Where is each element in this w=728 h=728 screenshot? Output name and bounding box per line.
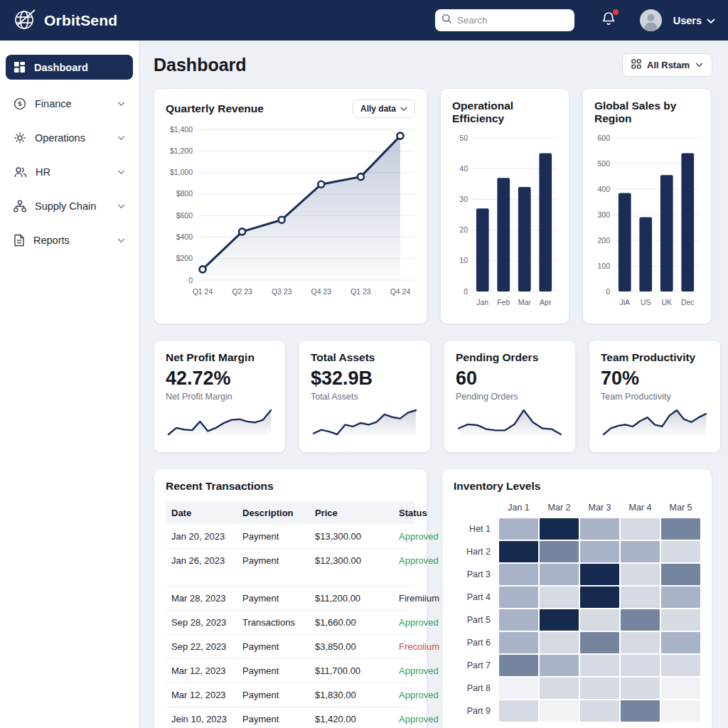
status-badge: Frecoiium: [399, 641, 439, 652]
heatmap-cell[interactable]: [661, 518, 700, 540]
table-row[interactable]: Jan 20, 2023Payment$13,300.00Approved: [166, 525, 415, 549]
heatmap-cell[interactable]: [661, 655, 700, 676]
heatmap-cell[interactable]: [499, 632, 538, 653]
heatmap-cell[interactable]: [661, 587, 700, 608]
cell-description: Payment: [242, 665, 315, 676]
column-header: Status: [399, 508, 427, 518]
kpi-card-total-assets: Total Assets$32.9BTotal Assets: [299, 340, 431, 453]
user-menu[interactable]: Users: [640, 9, 715, 31]
heatmap-cell[interactable]: [661, 678, 700, 699]
bell-icon: [601, 16, 616, 28]
kpi-sparkline: [456, 406, 564, 439]
kpi-sparkline: [166, 406, 274, 439]
svg-text:300: 300: [597, 210, 610, 219]
dashboard-icon: [14, 61, 26, 73]
heatmap-cell[interactable]: [499, 700, 538, 722]
heatmap-cell[interactable]: [621, 541, 660, 562]
heatmap-cell[interactable]: [621, 564, 660, 585]
table-header-row: DateDescriptionPriceStatus: [166, 501, 415, 525]
sidebar-item-finance[interactable]: $Finance: [6, 91, 133, 117]
sidebar-item-hr[interactable]: HR: [6, 159, 133, 185]
all-rstam-dropdown[interactable]: All Rstam: [622, 53, 712, 77]
heatmap-cell[interactable]: [661, 700, 700, 722]
heatmap-cell[interactable]: [540, 609, 579, 631]
status-badge: Approved: [399, 555, 439, 566]
heatmap-cell[interactable]: [580, 632, 619, 653]
heatmap-cell[interactable]: [499, 518, 538, 540]
heatmap-cell[interactable]: [499, 564, 538, 585]
heatmap-cell[interactable]: [580, 655, 619, 676]
heatmap-cell[interactable]: [540, 541, 579, 562]
heatmap-cell[interactable]: [499, 609, 538, 631]
svg-text:10: 10: [459, 256, 468, 264]
heatmap-cell[interactable]: [621, 655, 660, 676]
svg-text:Q4 24: Q4 24: [390, 287, 411, 296]
heatmap-cell[interactable]: [580, 518, 619, 540]
heatmap-cell[interactable]: [661, 632, 700, 653]
notifications-button[interactable]: [601, 11, 616, 29]
heatmap-cell[interactable]: [661, 609, 700, 631]
heatmap-cell[interactable]: [540, 678, 579, 699]
heatmap-cell[interactable]: [621, 700, 660, 722]
cell-price: $11,200.00: [315, 593, 399, 604]
search-input[interactable]: [457, 15, 568, 26]
svg-text:100: 100: [597, 262, 610, 270]
heatmap-cell[interactable]: [580, 700, 619, 722]
heatmap-cell[interactable]: [499, 678, 538, 699]
heatmap-cell[interactable]: [540, 655, 579, 676]
heatmap-cell[interactable]: [499, 655, 538, 676]
table-row[interactable]: Mar 12, 2023Payment$11,700.00Approved: [166, 659, 415, 683]
heatmap-cell[interactable]: [540, 632, 579, 653]
heatmap-cell[interactable]: [621, 609, 660, 631]
heatmap-cell[interactable]: [661, 541, 700, 562]
status-badge: Approved: [399, 617, 439, 628]
table-row[interactable]: Sep 28, 2023Transactions$1,660.00Approve…: [166, 611, 415, 635]
chevron-down-icon: [117, 238, 125, 243]
svg-text:$1,200: $1,200: [170, 146, 193, 155]
svg-text:0: 0: [188, 276, 193, 284]
heatmap-cell[interactable]: [540, 564, 579, 585]
heatmap-cell[interactable]: [621, 678, 660, 699]
svg-text:$400: $400: [176, 232, 193, 241]
kpi-sparkline: [601, 406, 709, 439]
sidebar-item-dashboard[interactable]: Dashboard: [6, 55, 133, 80]
kpi-value: 60: [456, 368, 564, 390]
heatmap-cell[interactable]: [661, 564, 700, 585]
sidebar-item-label: Dashboard: [34, 62, 125, 73]
dropdown-label: Ally data: [360, 104, 396, 114]
heatmap-cell[interactable]: [499, 541, 538, 562]
table-row[interactable]: Mar 12, 2023Payment$1,830.00Approved: [166, 683, 415, 707]
heatmap-cell[interactable]: [621, 518, 660, 540]
svg-text:50: 50: [459, 134, 468, 142]
table-row[interactable]: Sep 22, 2023Payment$3,850.00Frecoiium: [166, 635, 415, 659]
heatmap-cell[interactable]: [580, 541, 619, 562]
heatmap-row-label: Hart 2: [454, 547, 498, 557]
ally-data-dropdown[interactable]: Ally data: [353, 100, 415, 118]
svg-text:$600: $600: [176, 211, 193, 220]
heatmap-cell[interactable]: [621, 632, 660, 653]
heatmap-row-label: Part 7: [454, 660, 498, 670]
line-chart-svg: 0$200$400$600$800$1,000$1,200$1,400Q1 24…: [166, 122, 416, 300]
sidebar-item-reports[interactable]: Reports: [6, 228, 133, 253]
svg-text:Q3 23: Q3 23: [272, 287, 292, 296]
kpi-title: Total Assets: [311, 351, 419, 364]
sidebar-item-supply-chain[interactable]: Supply Chain: [6, 193, 133, 219]
heatmap-cell[interactable]: [580, 609, 619, 631]
table-row[interactable]: Jan 26, 2023Payment$12,300.00Approved: [166, 549, 415, 587]
table-row[interactable]: Jein 10, 2023Payment$1,420.00Approved: [166, 707, 415, 728]
table-row[interactable]: Mar 28, 2023Payment$11,200.00Firemiium: [166, 587, 415, 611]
heatmap-cell[interactable]: [540, 587, 579, 608]
brand: OrbitSend: [13, 7, 117, 34]
svg-text:Q2 23: Q2 23: [232, 287, 252, 296]
heatmap-cell[interactable]: [580, 678, 619, 699]
heatmap-cell[interactable]: [540, 518, 579, 540]
heatmap-cell[interactable]: [621, 587, 660, 608]
heatmap-cell[interactable]: [540, 700, 579, 722]
heatmap-cell[interactable]: [580, 564, 619, 585]
heatmap-cell[interactable]: [499, 587, 538, 608]
table-title: Recent Transactions: [166, 480, 415, 493]
heatmap-cell[interactable]: [580, 587, 619, 608]
search-box[interactable]: [435, 9, 574, 31]
column-header: Date: [171, 508, 242, 518]
sidebar-item-operations[interactable]: Operations: [6, 125, 133, 151]
